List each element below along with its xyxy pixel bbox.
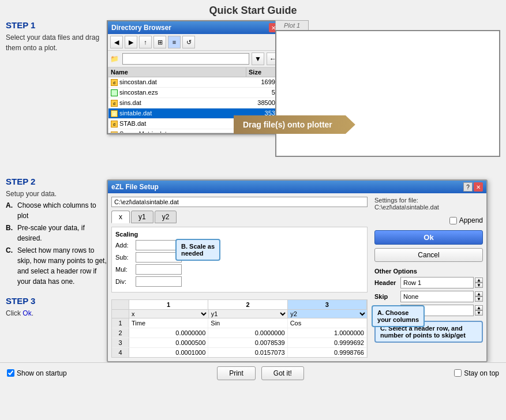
footer-left: Show on startup	[7, 369, 67, 377]
header-spinner: ▲ ▼	[475, 278, 483, 288]
skip-up-button[interactable]: ▲	[475, 291, 483, 297]
toolbar-list-button[interactable]: ≡	[168, 36, 181, 48]
skip-value: None	[400, 291, 474, 302]
toolbar-refresh-button[interactable]: ↺	[182, 36, 195, 48]
data-row-1: 1 Time Sin Cos	[112, 318, 367, 328]
col-selector-x: x	[129, 310, 209, 318]
show-startup-checkbox[interactable]	[7, 369, 14, 377]
col-y2-select[interactable]: y2	[288, 310, 367, 318]
step1-sidebar: STEP 1 Select your data files and drag t…	[6, 20, 107, 173]
step3-ok-link[interactable]: Ok	[23, 309, 31, 317]
tab-y2[interactable]: y2	[155, 211, 177, 223]
plot-tab[interactable]: Plot 1	[275, 20, 309, 30]
data-row-2: 2 0.0000000 0.0000000 1.0000000	[112, 328, 367, 338]
ezl-title: eZL File Setup	[111, 183, 159, 191]
other-options-title: Other Options	[374, 268, 483, 275]
ezl-titlebar-buttons: ? ✕	[463, 182, 483, 192]
cell-1-2: Sin	[208, 318, 287, 328]
file-row-0[interactable]: dsincostan.dat 16996	[108, 77, 281, 88]
step2-item-c-letter: C.	[6, 245, 17, 287]
tab-y1[interactable]: y1	[131, 211, 153, 223]
path-dropdown-button[interactable]: ▼	[252, 52, 264, 65]
col-y1-select[interactable]: y1	[209, 310, 288, 318]
scaling-div-input[interactable]: 1	[136, 276, 182, 287]
row-num-1: 1	[112, 318, 129, 328]
print-button[interactable]: Print	[217, 366, 256, 380]
cell-2-3: 1.0000000	[288, 328, 367, 337]
file-row-1[interactable]: sincostan.ezs 50	[108, 88, 281, 98]
get-spinner: ▲ ▼	[475, 305, 483, 316]
upper-section: STEP 1 Select your data files and drag t…	[0, 20, 506, 173]
col-empty-header	[112, 300, 129, 309]
cell-2-1: 0.0000000	[129, 328, 208, 337]
append-checkbox[interactable]	[449, 217, 457, 224]
scaling-mul-label: Mul:	[115, 266, 136, 273]
stay-on-top-checkbox[interactable]	[454, 369, 462, 377]
file-row-2[interactable]: dsins.dat 385007	[108, 98, 281, 108]
file-name-4: dSTAB.dat	[108, 119, 246, 129]
cell-4-3: 0.9998766	[288, 348, 367, 357]
step2-item-a-letter: A.	[6, 200, 17, 221]
stay-on-top-text: Stay on top	[464, 369, 499, 377]
step2-item-c: C. Select how many rows to skip, how man…	[6, 245, 107, 287]
footer: Show on startup Print Got it! Stay on to…	[0, 362, 506, 383]
toolbar-up-button[interactable]: ↑	[139, 36, 152, 48]
header-label: Header	[374, 279, 400, 286]
ezl-right-panel: Settings for file: C:\ezl\data\sintable.…	[371, 193, 486, 361]
append-label: Append	[459, 216, 483, 224]
col-selector-y1: y1	[209, 310, 288, 318]
show-startup-label: Show on startup	[7, 369, 67, 377]
file-col-name: Name	[108, 68, 246, 77]
file-name-0: dsincostan.dat	[108, 77, 246, 87]
skip-spinner: ▲ ▼	[475, 291, 483, 302]
cell-3-3: 0.9999692	[288, 338, 367, 347]
ok-button[interactable]: Ok	[374, 230, 483, 245]
file-name-2: dsins.dat	[108, 98, 246, 108]
tab-x[interactable]: x	[111, 211, 130, 223]
step2-item-b-letter: B.	[6, 223, 17, 243]
step3-heading: STEP 3	[6, 296, 107, 306]
toolbar-back-button[interactable]: ◀	[110, 36, 123, 48]
header-val-text: Row 1	[403, 279, 421, 286]
ezl-titlebar: eZL File Setup ? ✕	[108, 181, 486, 193]
step2-heading: STEP 2	[6, 177, 107, 186]
col-selector-empty	[112, 310, 129, 318]
gotit-button[interactable]: Got it!	[261, 366, 304, 380]
file-name-3: dsintable.dat	[108, 108, 246, 118]
path-input[interactable]: C:/ezl/data/	[122, 53, 249, 65]
step2-item-b-text: Pre-scale your data, if desired.	[17, 223, 107, 243]
skip-row: Skip None ▲ ▼	[374, 291, 483, 302]
header-up-button[interactable]: ▲	[475, 278, 483, 283]
show-startup-text: Show on startup	[17, 369, 67, 377]
scaling-add-input[interactable]: 0	[136, 240, 182, 250]
scaling-div-label: Div:	[115, 278, 136, 285]
col-x-select[interactable]: x	[129, 310, 208, 318]
header-value: Row 1	[400, 277, 474, 288]
get-down-button[interactable]: ▼	[475, 310, 483, 316]
skip-down-button[interactable]: ▼	[475, 297, 483, 302]
dat-icon-2: d	[111, 100, 118, 107]
plot-window	[275, 30, 500, 157]
scaling-section: Scaling Add: 0 Sub: 0 Mul	[111, 227, 368, 292]
toolbar-grid-button[interactable]: ⊞	[153, 36, 166, 48]
settings-file-label: Settings for file: C:\ezl\data\sintable.…	[374, 197, 483, 211]
scaling-mul-row: Mul: 1	[115, 264, 363, 275]
cell-4-2: 0.0157073	[208, 348, 287, 357]
ezl-help-button[interactable]: ?	[463, 182, 473, 192]
scaling-sub-input[interactable]: 0	[136, 252, 182, 262]
scaling-mul-input[interactable]: 1	[136, 264, 182, 275]
append-row: Append	[374, 216, 483, 224]
cell-3-1: 0.0000500	[129, 338, 208, 347]
cancel-button[interactable]: Cancel	[374, 248, 483, 262]
append-checkbox-label: Append	[449, 216, 483, 224]
get-up-button[interactable]: ▲	[475, 305, 483, 310]
row-num-4: 4	[112, 348, 129, 357]
data-grid: 1 2 3 x	[111, 299, 368, 358]
toolbar-forward-button[interactable]: ▶	[125, 36, 137, 48]
ezl-tabs: x y1 y2	[111, 211, 368, 223]
file-list-header: Name Size	[108, 68, 281, 77]
footer-right: Stay on top	[454, 369, 499, 377]
ezl-filepath-left: C:\ezl\data\sintable.dat	[111, 197, 368, 207]
header-down-button[interactable]: ▼	[475, 283, 483, 288]
ezl-close-button[interactable]: ✕	[474, 182, 483, 192]
